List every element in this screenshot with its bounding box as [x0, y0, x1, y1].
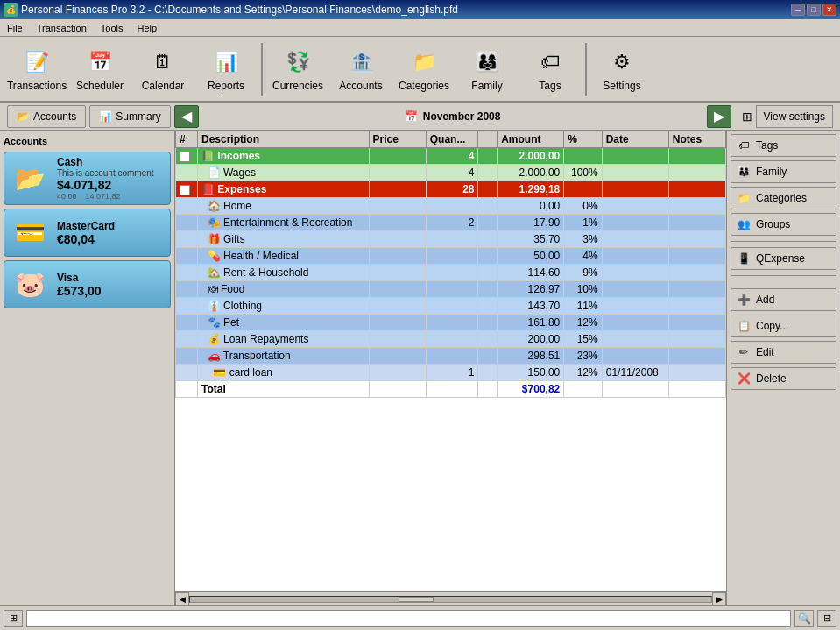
table-row[interactable]: − 📗 Incomes 4 2.000,00 — [176, 148, 726, 165]
table-row[interactable]: 🚗 Transportation 298,51 23% — [176, 348, 726, 365]
qexpense-btn-label: QExpense — [756, 252, 805, 265]
row-num: − — [176, 148, 198, 165]
col-header-price[interactable]: Price — [369, 131, 426, 148]
scroll-track[interactable] — [189, 596, 712, 603]
scroll-right-button[interactable]: ▶ — [712, 592, 726, 606]
table-row[interactable]: 🏡 Rent & Household 114,60 9% — [176, 265, 726, 281]
groups-btn-icon: 👥 — [737, 217, 751, 231]
row-type-icon: 🎁 — [208, 233, 221, 245]
toolbar-calendar[interactable]: 🗓 Calendar — [133, 40, 193, 97]
visa-account-card[interactable]: 🐷 Visa £573,00 — [4, 260, 171, 308]
expand-icon[interactable]: − — [180, 152, 190, 162]
row-desc: 🍽 Food — [197, 281, 369, 298]
toolbar-categories[interactable]: 📁 Categories — [394, 40, 454, 97]
col-header-amount[interactable]: Amount — [498, 131, 564, 148]
table-row[interactable]: 💰 Loan Repayments 200,00 15% — [176, 331, 726, 348]
row-date — [602, 248, 668, 265]
row-quan — [426, 265, 478, 281]
toolbar-settings[interactable]: ⚙ Settings — [592, 40, 652, 97]
add-button[interactable]: ➕ Add — [731, 288, 836, 311]
row-date: 01/11/2008 — [602, 365, 668, 381]
view-settings-label: View settings — [764, 110, 825, 123]
toolbar-tags[interactable]: 🏷 Tags — [520, 40, 580, 97]
expand-icon[interactable]: − — [180, 185, 190, 195]
cash-account-card[interactable]: 📂 Cash This is account comment $4.071,82… — [4, 152, 171, 205]
col-header-notes[interactable]: Notes — [668, 131, 725, 148]
toolbar-transactions[interactable]: 📝 Transactions — [7, 40, 67, 97]
table-row[interactable]: 🎭 Entertainment & Recreation 2 17,90 1% — [176, 215, 726, 231]
qexpense-button[interactable]: 📱 QExpense — [731, 247, 836, 270]
edit-button[interactable]: ✏ Edit — [731, 341, 836, 364]
table-row[interactable]: 📄 Wages 4 2.000,00 100% — [176, 165, 726, 181]
search-input[interactable] — [26, 610, 791, 627]
row-pct — [564, 381, 602, 398]
summary-tab[interactable]: 📊 Summary — [89, 105, 170, 128]
cash-info: Cash This is account comment $4.071,82 4… — [57, 156, 166, 201]
center-panel: # Description Price Quan... Amount % Dat… — [175, 131, 726, 605]
search-button[interactable]: 🔍 — [794, 610, 814, 627]
maximize-button[interactable]: □ — [807, 4, 821, 16]
row-price — [369, 198, 426, 215]
row-quan — [426, 281, 478, 298]
next-month-button[interactable]: ▶ — [707, 105, 731, 128]
scroll-left-button[interactable]: ◀ — [175, 592, 189, 606]
scroll-thumb[interactable] — [399, 597, 434, 602]
horizontal-scrollbar[interactable]: ◀ ▶ — [175, 591, 726, 605]
row-price — [369, 281, 426, 298]
col-header-pct[interactable]: % — [564, 131, 602, 148]
menu-file[interactable]: File — [4, 21, 26, 35]
table-row[interactable]: 💊 Health / Medical 50,00 4% — [176, 248, 726, 265]
menu-transaction[interactable]: Transaction — [33, 21, 90, 35]
toolbar-accounts[interactable]: 🏦 Accounts — [331, 40, 391, 97]
table-row[interactable]: 🍽 Food 126,97 10% — [176, 281, 726, 298]
row-arrow — [478, 198, 498, 215]
tags-button[interactable]: 🏷 Tags — [731, 134, 836, 157]
accounts-tab[interactable]: 📂 Accounts — [7, 105, 86, 128]
col-header-date[interactable]: Date — [602, 131, 668, 148]
menu-help[interactable]: Help — [133, 21, 160, 35]
table-row[interactable]: 💳 card loan 1 150,00 12% 01/11/2008 — [176, 365, 726, 381]
table-scroll[interactable]: # Description Price Quan... Amount % Dat… — [175, 131, 726, 591]
delete-button[interactable]: ❌ Delete — [731, 367, 836, 390]
bottom-right-button[interactable]: ⊟ — [817, 610, 836, 627]
table-row[interactable]: 👔 Clothing 143,70 11% — [176, 298, 726, 315]
minimize-button[interactable]: ─ — [791, 4, 805, 16]
col-header-desc[interactable]: Description — [197, 131, 369, 148]
toolbar-scheduler[interactable]: 📅 Scheduler — [70, 40, 130, 97]
view-settings-button[interactable]: View settings — [756, 105, 833, 128]
cash-balance: $4.071,82 — [57, 178, 166, 192]
categories-button[interactable]: 📁 Categories — [731, 187, 836, 209]
toolbar-currencies[interactable]: 💱 Currencies — [268, 40, 328, 97]
menu-tools[interactable]: Tools — [97, 21, 127, 35]
row-quan — [426, 198, 478, 215]
row-type-icon: 💊 — [208, 250, 221, 262]
row-desc: 📕 Expenses — [197, 181, 369, 198]
row-notes — [668, 231, 725, 248]
row-desc-total: Total — [197, 381, 369, 398]
row-notes — [668, 298, 725, 315]
row-arrow — [478, 148, 498, 165]
groups-button[interactable]: 👥 Groups — [731, 213, 836, 236]
accounts-tab-icon: 📂 — [17, 110, 30, 123]
row-type-icon: 🎭 — [208, 216, 221, 229]
row-desc: 🚗 Transportation — [197, 348, 369, 365]
family-button[interactable]: 👨‍👩‍👧 Family — [731, 160, 836, 183]
col-header-quan[interactable]: Quan... — [426, 131, 478, 148]
table-row[interactable]: 🏠 Home 0,00 0% — [176, 198, 726, 215]
row-arrow — [478, 365, 498, 381]
table-row[interactable]: − 📕 Expenses 28 1.299,18 — [176, 181, 726, 198]
delete-btn-icon: ❌ — [737, 372, 751, 386]
table-row[interactable]: 🐾 Pet 161,80 12% — [176, 315, 726, 331]
add-btn-icon: ➕ — [737, 293, 751, 307]
table-row[interactable]: 🎁 Gifts 35,70 3% — [176, 231, 726, 248]
bottom-left-button[interactable]: ⊞ — [4, 610, 23, 627]
toolbar-family[interactable]: 👨‍👩‍👧 Family — [457, 40, 517, 97]
mastercard-account-card[interactable]: 💳 MasterCard €80,04 — [4, 209, 171, 257]
row-notes — [668, 331, 725, 348]
toolbar-reports[interactable]: 📊 Reports — [196, 40, 256, 97]
left-panel: Accounts 📂 Cash This is account comment … — [0, 131, 175, 605]
row-pct — [564, 148, 602, 165]
copy-button[interactable]: 📋 Copy... — [731, 315, 836, 337]
close-button[interactable]: ✕ — [822, 4, 836, 16]
prev-month-button[interactable]: ◀ — [174, 105, 199, 128]
